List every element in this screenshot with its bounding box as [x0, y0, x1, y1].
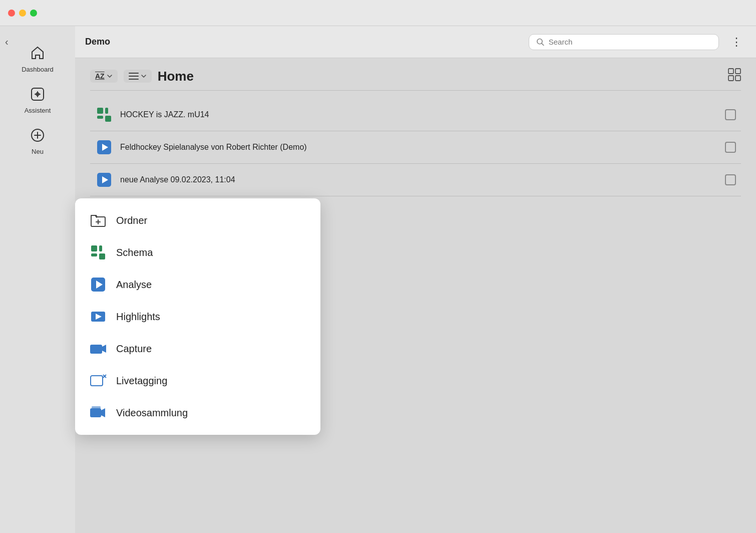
top-bar: Demo ⋮ — [75, 26, 756, 58]
svg-rect-19 — [91, 245, 97, 251]
sidebar: ‹ Dashboard Assistent — [0, 26, 75, 533]
maximize-button[interactable] — [30, 10, 37, 17]
svg-rect-6 — [129, 79, 139, 80]
page-title: Demo — [85, 37, 521, 47]
list-view-icon — [129, 72, 139, 80]
camera-icon — [89, 340, 107, 358]
select-checkbox[interactable] — [725, 174, 736, 185]
more-button[interactable]: ⋮ — [727, 34, 746, 51]
sidebar-dashboard-label: Dashboard — [22, 66, 54, 73]
close-button[interactable] — [8, 10, 15, 17]
menu-item-videosammlung-label: Videosammlung — [116, 407, 188, 419]
file-name: Feldhockey Spielanalyse von Robert Richt… — [120, 143, 718, 152]
svg-rect-29 — [91, 376, 103, 386]
menu-item-livetagging-label: Livetagging — [116, 375, 167, 387]
menu-item-capture-label: Capture — [116, 343, 152, 355]
menu-item-highlights[interactable]: Highlights — [75, 301, 320, 333]
analyse-play-icon — [89, 276, 107, 294]
select-checkbox[interactable] — [725, 109, 736, 120]
svg-rect-27 — [90, 345, 102, 354]
sort-label: AZ — [95, 72, 105, 80]
analyse-icon-2 — [95, 171, 113, 189]
menu-item-schema[interactable]: Schema — [75, 236, 320, 269]
sort-button[interactable]: AZ — [90, 70, 118, 83]
content-area: AZ Home — [75, 58, 756, 533]
main-area: Demo ⋮ AZ — [75, 26, 756, 533]
menu-item-ordner[interactable]: Ordner — [75, 204, 320, 236]
svg-rect-14 — [105, 116, 111, 122]
video-collection-icon — [89, 404, 107, 422]
menu-item-livetagging[interactable]: Livetagging — [75, 365, 320, 397]
popup-menu: Ordner Schema — [75, 198, 320, 435]
grid-icon — [728, 68, 741, 81]
add-circle-icon — [30, 127, 46, 146]
svg-point-3 — [537, 39, 542, 44]
grid-view-button[interactable] — [728, 68, 741, 84]
table-row[interactable]: Feldhockey Spielanalyse von Robert Richt… — [90, 131, 741, 164]
schema-icon — [95, 106, 113, 124]
svg-marker-28 — [102, 345, 106, 353]
svg-rect-20 — [99, 245, 102, 251]
menu-item-analyse[interactable]: Analyse — [75, 269, 320, 301]
menu-item-ordner-label: Ordner — [116, 215, 147, 226]
minimize-button[interactable] — [19, 10, 26, 17]
svg-rect-10 — [735, 76, 740, 81]
file-name: HOCKEY is JAZZ. mU14 — [120, 110, 718, 119]
search-icon — [536, 38, 545, 47]
menu-item-capture[interactable]: Capture — [75, 333, 320, 365]
view-button[interactable] — [124, 70, 152, 83]
sidebar-neu-label: Neu — [32, 148, 44, 155]
svg-rect-5 — [129, 76, 139, 77]
schema-grid-icon — [89, 243, 107, 261]
sidebar-item-neu[interactable]: Neu — [0, 123, 75, 159]
menu-item-videosammlung[interactable]: Videosammlung — [75, 397, 320, 429]
svg-rect-7 — [728, 69, 733, 74]
highlights-play-icon — [89, 308, 107, 326]
title-bar — [0, 0, 756, 26]
menu-item-highlights-label: Highlights — [116, 311, 160, 323]
assistant-icon — [30, 86, 46, 105]
svg-rect-8 — [735, 69, 740, 74]
view-chevron-icon — [141, 73, 147, 79]
svg-rect-4 — [129, 73, 139, 74]
search-bar[interactable] — [529, 34, 719, 50]
folder-plus-icon — [89, 211, 107, 229]
file-name: neue Analyse 09.02.2023, 11:04 — [120, 175, 718, 184]
svg-rect-22 — [99, 253, 105, 259]
home-icon — [30, 45, 46, 64]
traffic-lights — [8, 10, 37, 17]
sort-chevron-icon — [107, 73, 113, 79]
back-button[interactable]: ‹ — [5, 36, 9, 48]
svg-rect-32 — [90, 408, 101, 417]
svg-rect-21 — [91, 253, 97, 256]
sidebar-item-assistent[interactable]: Assistent — [0, 82, 75, 118]
analyse-icon — [95, 138, 113, 156]
menu-item-schema-label: Schema — [116, 247, 153, 258]
sidebar-assistent-label: Assistent — [25, 107, 51, 114]
svg-rect-13 — [97, 116, 103, 119]
menu-item-analyse-label: Analyse — [116, 279, 152, 291]
svg-rect-9 — [728, 76, 733, 81]
file-list: HOCKEY is JAZZ. mU14 Feldhockey Spielana… — [90, 99, 741, 196]
table-row[interactable]: HOCKEY is JAZZ. mU14 — [90, 99, 741, 131]
home-title: Home — [158, 69, 722, 84]
table-row[interactable]: neue Analyse 09.02.2023, 11:04 — [90, 164, 741, 196]
sidebar-item-dashboard[interactable]: Dashboard — [0, 41, 75, 77]
home-header: AZ Home — [90, 68, 741, 91]
svg-rect-34 — [92, 406, 101, 408]
svg-rect-12 — [105, 108, 108, 114]
app-container: ‹ Dashboard Assistent — [0, 26, 756, 533]
livetagging-icon — [89, 372, 107, 390]
search-input[interactable] — [549, 38, 711, 46]
select-checkbox[interactable] — [725, 142, 736, 153]
svg-marker-33 — [101, 408, 105, 417]
svg-rect-11 — [97, 108, 103, 114]
